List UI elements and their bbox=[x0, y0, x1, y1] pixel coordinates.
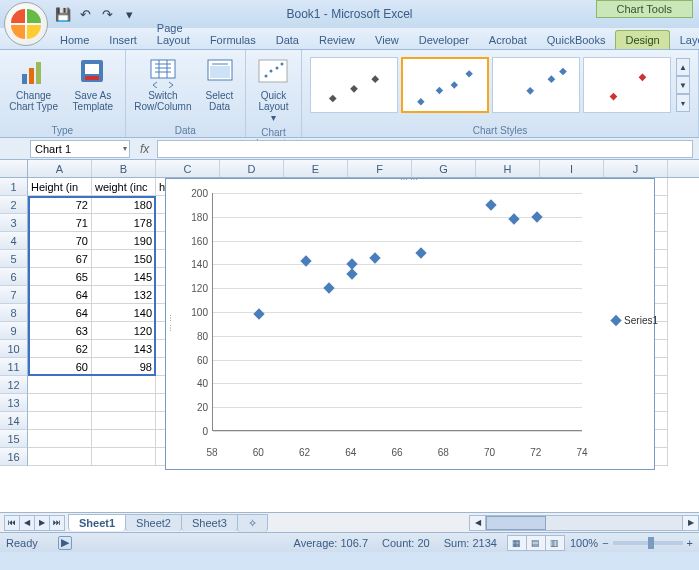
chart-style-1[interactable] bbox=[310, 57, 398, 113]
tab-insert[interactable]: Insert bbox=[99, 30, 147, 49]
data-point[interactable] bbox=[346, 259, 357, 270]
sheet-nav-prev-icon[interactable]: ◀ bbox=[19, 515, 35, 531]
hscroll-right-icon[interactable]: ▶ bbox=[682, 516, 698, 530]
styles-down-icon[interactable]: ▼ bbox=[676, 76, 690, 94]
save-icon[interactable]: 💾 bbox=[54, 5, 72, 23]
embedded-chart[interactable]: ⋯⋯ ⋯⋯ 020406080100120140160180200 586062… bbox=[165, 178, 655, 470]
chart-style-3[interactable] bbox=[492, 57, 580, 113]
change-chart-type-button[interactable]: Change Chart Type bbox=[4, 53, 63, 124]
cell[interactable] bbox=[28, 376, 92, 394]
cell[interactable]: 190 bbox=[92, 232, 156, 250]
row-header[interactable]: 12 bbox=[0, 376, 28, 394]
zoom-out-icon[interactable]: − bbox=[602, 537, 608, 549]
cell[interactable] bbox=[92, 412, 156, 430]
sheet-tab-1[interactable]: Sheet1 bbox=[68, 514, 126, 531]
cell[interactable]: 63 bbox=[28, 322, 92, 340]
col-header-J[interactable]: J bbox=[604, 160, 668, 177]
quick-layout-button[interactable]: Quick Layout ▾ bbox=[250, 53, 297, 126]
cell[interactable] bbox=[28, 394, 92, 412]
select-all-corner[interactable] bbox=[0, 160, 28, 177]
row-header[interactable]: 6 bbox=[0, 268, 28, 286]
cell[interactable]: 150 bbox=[92, 250, 156, 268]
data-point[interactable] bbox=[369, 253, 380, 264]
cell[interactable] bbox=[28, 412, 92, 430]
data-point[interactable] bbox=[531, 211, 542, 222]
chart-handle-top[interactable]: ⋯⋯ bbox=[400, 175, 420, 184]
data-point[interactable] bbox=[323, 283, 334, 294]
tab-home[interactable]: Home bbox=[50, 30, 99, 49]
row-header[interactable]: 3 bbox=[0, 214, 28, 232]
cell[interactable]: 178 bbox=[92, 214, 156, 232]
office-button[interactable] bbox=[4, 2, 48, 46]
col-header-B[interactable]: B bbox=[92, 160, 156, 177]
sheet-nav-last-icon[interactable]: ⏭ bbox=[49, 515, 65, 531]
col-header-C[interactable]: C bbox=[156, 160, 220, 177]
row-header[interactable]: 9 bbox=[0, 322, 28, 340]
cell[interactable]: Height (in bbox=[28, 178, 92, 196]
row-header[interactable]: 13 bbox=[0, 394, 28, 412]
row-header[interactable]: 1 bbox=[0, 178, 28, 196]
undo-icon[interactable]: ↶ bbox=[76, 5, 94, 23]
hscroll-left-icon[interactable]: ◀ bbox=[470, 516, 486, 530]
cell[interactable]: 67 bbox=[28, 250, 92, 268]
cell[interactable]: 65 bbox=[28, 268, 92, 286]
cell[interactable] bbox=[92, 394, 156, 412]
styles-more-icon[interactable]: ▾ bbox=[676, 94, 690, 112]
sheet-nav-first-icon[interactable]: ⏮ bbox=[4, 515, 20, 531]
cell[interactable]: 62 bbox=[28, 340, 92, 358]
tab-quickbooks[interactable]: QuickBooks bbox=[537, 30, 616, 49]
zoom-level[interactable]: 100% bbox=[570, 537, 598, 549]
cell[interactable]: 143 bbox=[92, 340, 156, 358]
tab-data[interactable]: Data bbox=[266, 30, 309, 49]
chart-style-2[interactable] bbox=[401, 57, 489, 113]
cell[interactable]: weight (inc bbox=[92, 178, 156, 196]
tab-formulas[interactable]: Formulas bbox=[200, 30, 266, 49]
sheet-tab-2[interactable]: Sheet2 bbox=[125, 514, 182, 531]
cell[interactable]: 60 bbox=[28, 358, 92, 376]
row-header[interactable]: 14 bbox=[0, 412, 28, 430]
sheet-nav-next-icon[interactable]: ▶ bbox=[34, 515, 50, 531]
chart-legend[interactable]: Series1 bbox=[612, 315, 658, 326]
row-header[interactable]: 15 bbox=[0, 430, 28, 448]
data-point[interactable] bbox=[415, 247, 426, 258]
tab-developer[interactable]: Developer bbox=[409, 30, 479, 49]
cell[interactable]: 64 bbox=[28, 286, 92, 304]
data-point[interactable] bbox=[485, 199, 496, 210]
row-header[interactable]: 11 bbox=[0, 358, 28, 376]
cell[interactable] bbox=[92, 430, 156, 448]
cell[interactable] bbox=[92, 376, 156, 394]
row-header[interactable]: 7 bbox=[0, 286, 28, 304]
name-box[interactable]: Chart 1 bbox=[30, 140, 130, 158]
row-header[interactable]: 5 bbox=[0, 250, 28, 268]
cell[interactable]: 180 bbox=[92, 196, 156, 214]
fx-icon[interactable]: fx bbox=[132, 142, 157, 156]
row-header[interactable]: 16 bbox=[0, 448, 28, 466]
cell[interactable]: 140 bbox=[92, 304, 156, 322]
chart-style-4[interactable] bbox=[583, 57, 671, 113]
tab-design[interactable]: Design bbox=[615, 30, 669, 49]
col-header-D[interactable]: D bbox=[220, 160, 284, 177]
row-header[interactable]: 8 bbox=[0, 304, 28, 322]
switch-row-column-button[interactable]: Switch Row/Column bbox=[130, 53, 197, 124]
col-header-A[interactable]: A bbox=[28, 160, 92, 177]
col-header-G[interactable]: G bbox=[412, 160, 476, 177]
col-header-I[interactable]: I bbox=[540, 160, 604, 177]
tab-view[interactable]: View bbox=[365, 30, 409, 49]
view-page-layout-icon[interactable]: ▤ bbox=[526, 535, 546, 551]
cell[interactable]: 120 bbox=[92, 322, 156, 340]
view-normal-icon[interactable]: ▦ bbox=[507, 535, 527, 551]
row-header[interactable]: 4 bbox=[0, 232, 28, 250]
row-header[interactable]: 10 bbox=[0, 340, 28, 358]
cell[interactable]: 72 bbox=[28, 196, 92, 214]
cell[interactable] bbox=[28, 448, 92, 466]
data-point[interactable] bbox=[508, 214, 519, 225]
tab-page-layout[interactable]: Page Layout bbox=[147, 18, 200, 49]
save-as-template-button[interactable]: Save As Template bbox=[65, 53, 120, 124]
cell[interactable] bbox=[92, 448, 156, 466]
col-header-E[interactable]: E bbox=[284, 160, 348, 177]
chart-handle-left[interactable]: ⋯⋯ bbox=[166, 314, 175, 334]
cell[interactable]: 98 bbox=[92, 358, 156, 376]
zoom-in-icon[interactable]: + bbox=[687, 537, 693, 549]
data-point[interactable] bbox=[254, 309, 265, 320]
view-page-break-icon[interactable]: ▥ bbox=[545, 535, 565, 551]
